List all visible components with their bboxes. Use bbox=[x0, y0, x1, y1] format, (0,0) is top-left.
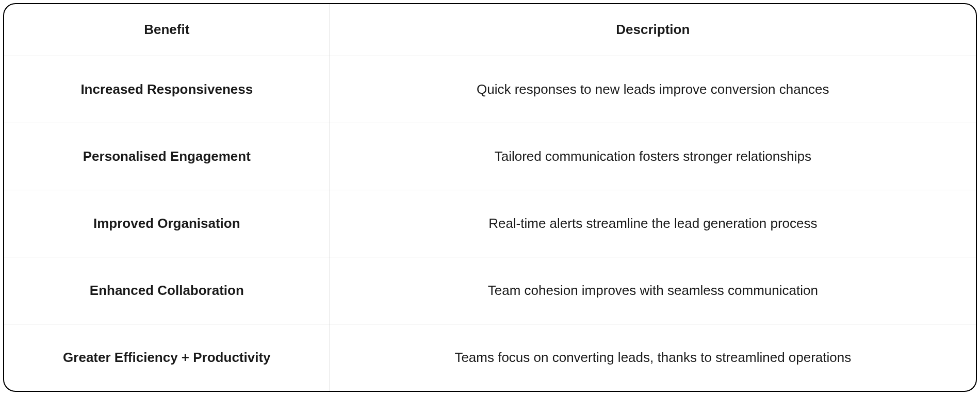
header-benefit: Benefit bbox=[4, 4, 330, 56]
description-cell: Teams focus on converting leads, thanks … bbox=[330, 324, 976, 391]
table-row: Increased Responsiveness Quick responses… bbox=[4, 56, 976, 123]
benefit-cell: Increased Responsiveness bbox=[4, 56, 330, 123]
table-row: Improved Organisation Real-time alerts s… bbox=[4, 190, 976, 257]
table-header-row: Benefit Description bbox=[4, 4, 976, 56]
table-row: Greater Efficiency + Productivity Teams … bbox=[4, 324, 976, 391]
description-cell: Team cohesion improves with seamless com… bbox=[330, 257, 976, 324]
benefits-table-wrapper: Benefit Description Increased Responsive… bbox=[3, 3, 977, 392]
description-cell: Real-time alerts streamline the lead gen… bbox=[330, 190, 976, 257]
benefit-cell: Improved Organisation bbox=[4, 190, 330, 257]
benefit-cell: Greater Efficiency + Productivity bbox=[4, 324, 330, 391]
description-cell: Tailored communication fosters stronger … bbox=[330, 123, 976, 190]
benefit-cell: Personalised Engagement bbox=[4, 123, 330, 190]
benefits-table: Benefit Description Increased Responsive… bbox=[4, 4, 976, 391]
table-row: Personalised Engagement Tailored communi… bbox=[4, 123, 976, 190]
benefit-cell: Enhanced Collaboration bbox=[4, 257, 330, 324]
header-description: Description bbox=[330, 4, 976, 56]
table-row: Enhanced Collaboration Team cohesion imp… bbox=[4, 257, 976, 324]
description-cell: Quick responses to new leads improve con… bbox=[330, 56, 976, 123]
